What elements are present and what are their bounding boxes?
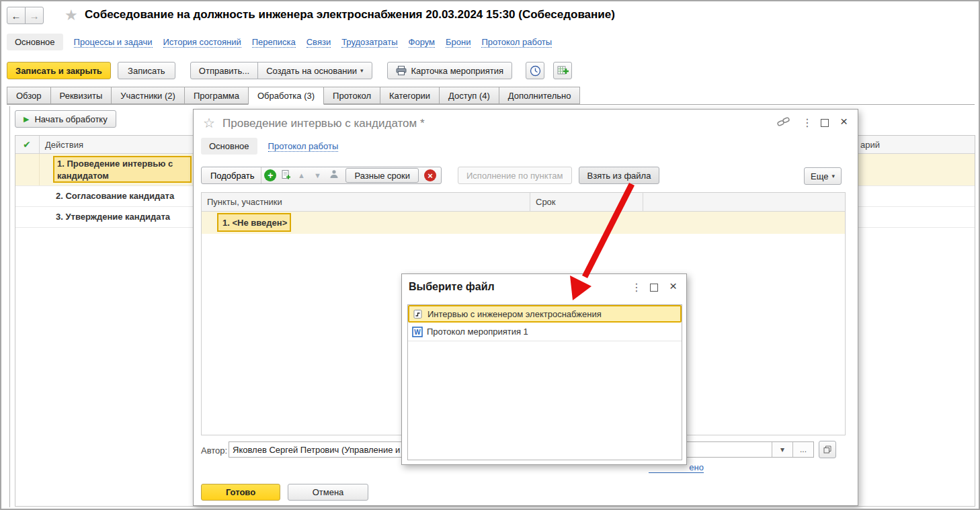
author-label: Автор:	[201, 445, 227, 456]
nav-item-correspondence[interactable]: Переписка	[252, 37, 296, 48]
dialog-nav-osnovnoe[interactable]: Основное	[201, 138, 257, 155]
open-window-icon	[823, 445, 831, 454]
save-and-close-button[interactable]: Записать и закрыть	[7, 62, 111, 79]
add-icon[interactable]: +	[264, 169, 276, 181]
text-file-icon	[413, 309, 423, 319]
tab-dostup[interactable]: Доступ (4)	[439, 87, 499, 104]
reminder-button[interactable]	[526, 62, 544, 79]
word-file-icon: W	[412, 327, 423, 337]
list-item[interactable]: W Протокол мероприятия 1	[408, 323, 682, 341]
add-to-list-button[interactable]	[553, 62, 572, 79]
favorite-star-icon[interactable]: ★	[65, 7, 78, 24]
dialog-title: Проведение интервью с кандидатом *	[222, 117, 425, 130]
action-cell: 2. Согласование кандидата	[56, 191, 174, 201]
different-terms-button[interactable]: Разные сроки	[345, 168, 419, 183]
more-menu-icon[interactable]: ⋮	[631, 282, 642, 293]
comment-column-header-partial[interactable]: арий	[860, 140, 880, 150]
participant-icon[interactable]	[329, 169, 339, 181]
file-name: Протокол мероприятия 1	[427, 327, 528, 337]
start-processing-label: Начать обработку	[34, 114, 107, 124]
dialog-nav-worklog[interactable]: Протокол работы	[268, 141, 339, 152]
back-button[interactable]: ←	[7, 7, 26, 24]
file-select-dialog: Выберите файл ⋮ × Интервью с инженером э…	[401, 273, 687, 465]
create-based-on-button[interactable]: Создать на основании ▾	[257, 62, 372, 79]
pick-button[interactable]: Подобрать	[204, 167, 261, 183]
maximize-icon[interactable]	[650, 284, 658, 292]
main-nav: Основное Процессы и задачи История состо…	[7, 34, 552, 50]
tab-protokol[interactable]: Протокол	[323, 87, 380, 104]
splitter[interactable]	[9, 106, 10, 507]
tab-obzor[interactable]: Обзор	[7, 87, 51, 104]
dialog-toolbar: Подобрать + ▲ ▼ Разные сроки × Исполнени…	[201, 167, 659, 184]
nav-item-history[interactable]: История состояний	[163, 37, 241, 48]
favorite-star-outline-icon[interactable]: ☆	[203, 115, 215, 131]
document-tabs: Обзор Реквизиты Участники (2) Программа …	[7, 86, 975, 105]
command-bar: Записать и закрыть Записать Отправить...…	[7, 62, 572, 79]
action-cell: 3. Утверждение кандидата	[56, 212, 170, 222]
author-browse-button[interactable]: ...	[792, 442, 813, 457]
item-row[interactable]: 1. <Не введен>	[202, 212, 845, 234]
file-list: Интервью с инженером электроснабжения W …	[407, 304, 682, 460]
copy-link-icon[interactable]	[777, 116, 790, 130]
event-card-label: Карточка мероприятия	[411, 66, 504, 76]
forward-button[interactable]: →	[25, 7, 44, 24]
more-button[interactable]: Еще ▾	[804, 167, 842, 185]
term-column-header[interactable]: Срок	[536, 197, 556, 207]
list-item[interactable]: Интервью с инженером электроснабжения	[408, 305, 682, 323]
nav-item-links[interactable]: Связи	[307, 37, 331, 48]
dialog-nav: Основное Протокол работы	[201, 138, 338, 155]
clock-icon	[530, 65, 541, 77]
close-icon[interactable]: ×	[669, 279, 677, 294]
tab-obrabotka[interactable]: Обработка (3)	[248, 87, 324, 105]
item-cell-selected[interactable]: 1. <Не введен>	[217, 213, 291, 232]
nav-item-bookings[interactable]: Брони	[446, 37, 471, 48]
add-item-icon[interactable]	[281, 169, 291, 182]
nav-item-labor[interactable]: Трудозатраты	[341, 37, 397, 48]
chevron-down-icon: ▾	[360, 67, 364, 74]
cancel-button[interactable]: Отмена	[288, 484, 368, 501]
nav-item-forum[interactable]: Форум	[409, 37, 436, 48]
tab-rekvizity[interactable]: Реквизиты	[50, 87, 112, 104]
file-dialog-title: Выберите файл	[409, 281, 495, 293]
table-plus-icon	[557, 65, 569, 76]
author-dropdown-button[interactable]: ▾	[772, 442, 792, 457]
save-button[interactable]: Записать	[118, 62, 175, 79]
action-cell-selected[interactable]: 1. Проведение интервью с кандидатом	[53, 156, 192, 183]
toolbar-group: Подобрать + ▲ ▼ Разные сроки ×	[201, 167, 442, 184]
back-icon: ←	[11, 10, 22, 22]
file-name: Интервью с инженером электроснабжения	[427, 309, 602, 319]
ellipsis-icon: ...	[800, 445, 807, 454]
move-up-icon[interactable]: ▲	[293, 171, 309, 179]
items-table-header: Пункты, участники Срок	[202, 193, 845, 212]
execution-by-items-button[interactable]: Исполнение по пунктам	[458, 167, 572, 184]
chevron-down-icon: ▾	[780, 445, 784, 454]
tab-uchastniki[interactable]: Участники (2)	[111, 87, 185, 104]
nav-item-osnovnoe[interactable]: Основное	[7, 34, 63, 50]
move-down-icon[interactable]: ▼	[309, 171, 325, 179]
delete-icon[interactable]: ×	[424, 169, 436, 181]
tab-programma[interactable]: Программа	[184, 87, 249, 104]
event-card-button[interactable]: Карточка мероприятия	[387, 62, 513, 79]
create-based-on-label: Создать на основании	[266, 66, 357, 76]
take-from-file-button[interactable]: Взять из файла	[579, 167, 660, 184]
page-title: Собеседование на должность инженера элек…	[85, 8, 615, 22]
actions-column-header[interactable]: Действия	[45, 140, 83, 150]
forward-icon: →	[30, 10, 40, 22]
check-icon: ✔	[23, 139, 31, 150]
play-icon: ▶	[24, 115, 29, 124]
tab-dopolnitelno[interactable]: Дополнительно	[499, 87, 581, 104]
nav-item-processes[interactable]: Процессы и задачи	[74, 37, 153, 48]
history-nav: ← →	[7, 7, 44, 24]
more-menu-icon[interactable]: ⋮	[802, 118, 813, 128]
send-button[interactable]: Отправить...	[190, 62, 258, 79]
printer-icon	[396, 66, 407, 75]
chevron-down-icon: ▾	[831, 173, 835, 179]
start-processing-button[interactable]: ▶ Начать обработку	[15, 110, 116, 128]
items-column-header[interactable]: Пункты, участники	[207, 197, 282, 207]
nav-item-worklog[interactable]: Протокол работы	[481, 37, 552, 48]
maximize-icon[interactable]	[821, 119, 829, 127]
done-button[interactable]: Готово	[201, 484, 280, 501]
tab-kategorii[interactable]: Категории	[380, 87, 440, 104]
open-author-button[interactable]	[819, 441, 836, 458]
close-icon[interactable]: ×	[840, 114, 848, 129]
